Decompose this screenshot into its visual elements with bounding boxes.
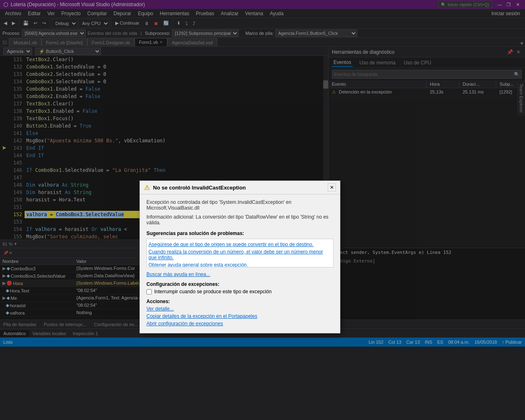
actions-title: Acciones: [146,299,333,304]
action-abrir-config[interactable]: Abrir configuración de excepciones [146,321,333,326]
dialog-warn-icon: ⚠ [144,184,150,192]
dialog-title: No se controló InvalidCastException [153,185,246,191]
dialog-body: Excepción no controlada del tipo 'System… [140,194,340,333]
suggestion-1[interactable]: Cuando realiza la conversión de un númer… [148,248,331,261]
more-help-link[interactable]: Buscar más ayuda en línea... [146,272,333,277]
excep-checkbox[interactable] [146,289,152,294]
dialog-close-button[interactable]: ✕ [328,183,336,192]
dialog-message: Excepción no controlada del tipo 'System… [146,199,333,211]
dialog-info: Información adicional: La conversión del… [146,214,333,226]
excep-checkbox-label: Interrumpir cuando se produce este tipo … [154,289,272,294]
excep-config-title: Configuración de excepciones: [146,281,333,287]
exception-dialog: ⚠ No se controló InvalidCastException ✕ … [139,180,340,333]
suggestions-box: Asegúrese de que el tipo de origen se pu… [146,239,333,267]
action-copiar[interactable]: Copiar detalles de la excepción en el Po… [146,313,333,319]
action-ver-detalle[interactable]: Ver detalle... [146,306,333,312]
dialog-titlebar: ⚠ No se controló InvalidCastException ✕ [140,181,340,194]
suggestions-title: Sugerencias para solución de problemas: [146,231,333,236]
dialog-overlay: ⚠ No se controló InvalidCastException ✕ … [0,0,525,420]
suggestion-0[interactable]: Asegúrese de que el tipo de origen se pu… [148,241,331,248]
suggestion-2[interactable]: Obtener ayuda general sobre esta excepci… [148,261,331,267]
excep-checkbox-row: Interrumpir cuando se produce este tipo … [146,289,333,294]
